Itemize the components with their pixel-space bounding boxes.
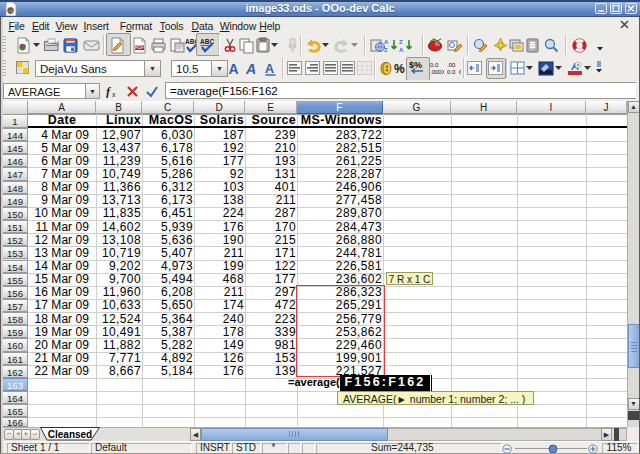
svg-text:A: A (245, 61, 256, 76)
svg-text:f: f (106, 85, 111, 98)
svg-text:A: A (265, 62, 274, 76)
svg-text:Z: Z (399, 39, 403, 45)
svg-text:.000: .000 (430, 69, 442, 75)
svg-text:ABC: ABC (200, 38, 214, 45)
svg-text:A: A (384, 39, 389, 45)
svg-text:.00: .00 (447, 62, 456, 68)
svg-text:0.0: 0.0 (430, 62, 439, 68)
svg-text:0.0: 0.0 (447, 69, 456, 75)
svg-text:$%: $% (409, 60, 422, 70)
svg-text:x: x (111, 90, 116, 98)
svg-text:%: % (394, 62, 405, 76)
svg-text:A: A (229, 61, 239, 76)
svg-text:Z: Z (384, 47, 388, 53)
svg-text:PDF: PDF (135, 45, 144, 50)
svg-text:A: A (399, 47, 404, 53)
